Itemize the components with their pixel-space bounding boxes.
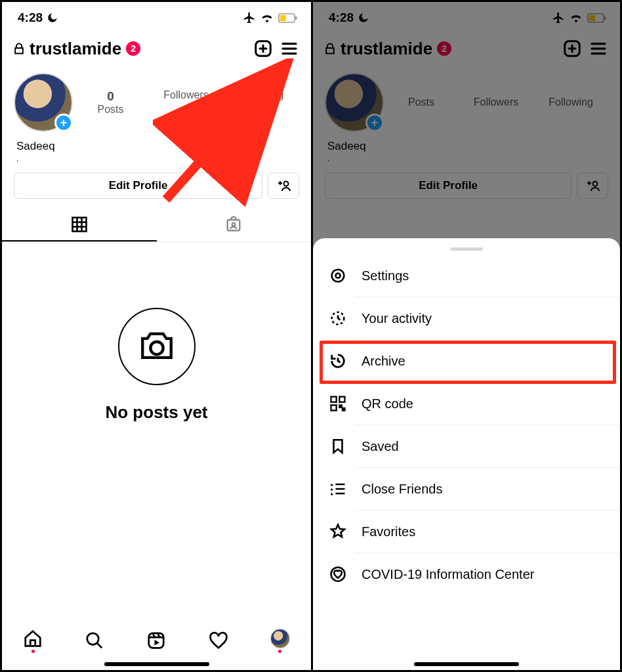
svg-rect-20 xyxy=(339,397,344,402)
create-post-button[interactable] xyxy=(252,37,274,60)
profile-stats-row: + 0 Posts Followers Following xyxy=(2,68,311,135)
sheet-grabber[interactable] xyxy=(450,247,483,251)
nav-reels[interactable] xyxy=(146,631,166,650)
empty-posts-state: No posts yet xyxy=(2,242,311,423)
menu-item-archive[interactable]: Archive xyxy=(313,340,620,382)
svg-rect-2 xyxy=(280,15,286,21)
lock-icon xyxy=(12,41,26,56)
wifi-icon xyxy=(260,12,274,23)
svg-point-7 xyxy=(150,342,163,354)
svg-rect-9 xyxy=(149,633,164,648)
menu-hamburger-button[interactable] xyxy=(278,37,301,60)
camera-icon xyxy=(118,308,196,385)
nav-activity[interactable] xyxy=(209,631,228,650)
svg-point-6 xyxy=(232,222,236,226)
favorites-icon xyxy=(329,522,347,541)
nav-search[interactable] xyxy=(85,631,104,650)
saved-icon xyxy=(329,437,347,455)
profile-tabs xyxy=(2,208,311,242)
discover-people-button[interactable] xyxy=(268,173,299,199)
profile-header: trustlamide 2 xyxy=(2,31,311,68)
nav-home[interactable] xyxy=(23,629,43,653)
svg-point-4 xyxy=(284,182,289,186)
stat-posts[interactable]: 0 Posts xyxy=(73,89,148,116)
avatar[interactable]: + xyxy=(14,73,73,132)
dnd-moon-icon xyxy=(47,12,58,24)
battery-icon xyxy=(278,13,298,23)
screenshot-left-profile: 4:28 trustlami xyxy=(2,2,311,670)
menu-item-settings[interactable]: Settings xyxy=(313,255,620,297)
menu-sheet: Settings Your activity Archive QR code S… xyxy=(313,238,620,670)
svg-rect-19 xyxy=(331,397,337,402)
stat-following[interactable]: Following xyxy=(224,89,299,116)
stat-followers[interactable]: Followers xyxy=(148,89,224,116)
close-friends-icon xyxy=(329,480,347,498)
airplane-icon xyxy=(243,11,256,24)
add-story-icon[interactable]: + xyxy=(54,114,73,132)
qrcode-icon xyxy=(329,394,347,413)
archive-icon xyxy=(329,352,347,370)
svg-point-16 xyxy=(332,270,344,282)
tab-grid[interactable] xyxy=(2,208,157,242)
username-text: trustlamide xyxy=(30,39,121,59)
menu-item-close-friends[interactable]: Close Friends xyxy=(313,468,620,510)
menu-item-qrcode[interactable]: QR code xyxy=(313,383,620,425)
svg-point-17 xyxy=(336,274,341,278)
nav-profile[interactable] xyxy=(270,629,290,653)
username-button[interactable]: trustlamide 2 xyxy=(30,39,140,59)
menu-item-saved[interactable]: Saved xyxy=(313,425,620,467)
menu-item-activity[interactable]: Your activity xyxy=(313,297,620,339)
notification-badge: 2 xyxy=(126,41,140,56)
screenshot-right-menu: 4:28 trustlamide2 + Posts xyxy=(311,2,620,670)
covid-icon xyxy=(329,565,347,583)
display-name: Sadeeq xyxy=(2,135,311,154)
bio-dot: . xyxy=(2,154,311,163)
menu-item-covid[interactable]: COVID-19 Information Center xyxy=(313,553,620,595)
svg-point-8 xyxy=(87,633,99,645)
menu-item-favorites[interactable]: Favorites xyxy=(313,511,620,553)
settings-icon xyxy=(329,266,347,285)
home-indicator xyxy=(104,662,209,666)
tab-tagged[interactable] xyxy=(157,208,312,242)
status-bar: 4:28 xyxy=(2,2,311,31)
svg-rect-1 xyxy=(295,16,297,20)
activity-icon xyxy=(329,309,347,327)
edit-profile-button[interactable]: Edit Profile xyxy=(14,173,262,199)
status-time: 4:28 xyxy=(18,10,43,25)
home-indicator xyxy=(414,662,519,666)
svg-rect-21 xyxy=(331,405,337,410)
